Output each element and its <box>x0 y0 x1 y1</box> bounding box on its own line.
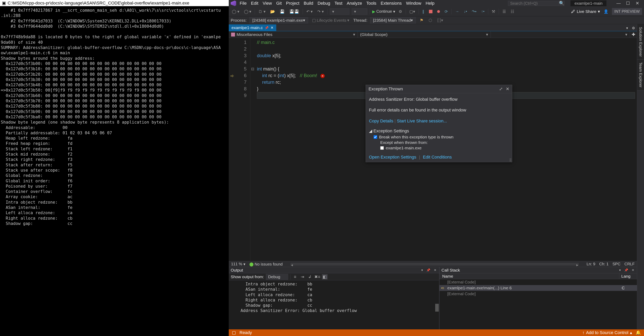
threads-icon[interactable]: ☷ <box>510 8 515 14</box>
nav-member[interactable]: ▾ <box>491 31 630 38</box>
redo-icon[interactable]: ↷ ▾ <box>316 8 325 14</box>
callstack-row[interactable]: ➪ examlpe1-main.exe!main(...) Line 6 C <box>440 285 637 291</box>
output-lines-icon[interactable]: ≡ <box>292 274 298 279</box>
next-statement-icon[interactable]: → <box>454 8 460 14</box>
save-all-icon[interactable]: 💾💾 <box>288 8 300 14</box>
output-clear-icon[interactable]: ✖≡ <box>314 274 320 279</box>
new-project-icon[interactable]: 🗋 ▾ <box>257 8 267 14</box>
horiz-scrollbar[interactable]: ◂▸ <box>290 263 579 266</box>
thread-combo[interactable]: [23584] Main Thread▾ <box>370 17 416 23</box>
menu-test[interactable]: Test <box>334 1 342 6</box>
menu-build[interactable]: Build <box>304 1 313 6</box>
console-titlebar[interactable]: ▣ C:\MSDN\cpp-docs-pr\docs\c-language\AS… <box>0 0 229 6</box>
admin-icon[interactable]: 👤 <box>602 8 610 14</box>
flag-icon[interactable]: ⚑ <box>418 17 425 23</box>
cs-dropdown-icon[interactable]: ▾ <box>618 268 622 272</box>
hot-reload-icon[interactable]: ⚙ <box>398 8 403 14</box>
menu-view[interactable]: View <box>262 1 272 6</box>
vs-titlebar[interactable]: File Edit View Git Project Build Debug T… <box>229 0 644 7</box>
lifecycle-events[interactable]: ▢ Lifecycle Events ▾ <box>311 17 350 23</box>
continue-button[interactable]: ▶Continue ▾ <box>372 9 395 14</box>
callstack-columns[interactable]: Name Lang <box>440 273 637 279</box>
edit-conditions-link[interactable]: Edit Conditions <box>423 155 452 160</box>
app-icon[interactable]: ▢▾ <box>408 8 416 14</box>
fold-column[interactable]: ⊟ <box>250 38 255 261</box>
nav-fwd-icon[interactable]: ◯ ▾ <box>243 8 252 14</box>
process-combo[interactable]: [24348] examlpe1-main.exe▾ <box>250 17 308 23</box>
col-lang-header[interactable]: Lang <box>619 273 637 279</box>
output-close-icon[interactable]: ✕ <box>433 268 437 272</box>
except-item-checkbox[interactable] <box>380 146 384 150</box>
status-debug-icon[interactable]: ▢ <box>232 330 236 335</box>
menu-analyze[interactable]: Analyze <box>347 1 362 6</box>
platform-dropdown[interactable]: ▾ <box>352 8 367 15</box>
menu-project[interactable]: Project <box>286 1 299 6</box>
open-icon[interactable]: 📂 <box>269 8 276 14</box>
nav-scope[interactable]: (Global Scope)▾ <box>358 31 491 38</box>
tab-settings-icon[interactable]: ⚙ <box>630 25 637 31</box>
lineend-indicator[interactable]: CRLF <box>624 262 634 266</box>
resize-grip-icon[interactable]: ⣿ <box>509 158 512 162</box>
callstack-row[interactable]: [External Code] <box>440 279 637 285</box>
pin-icon[interactable]: 📌 <box>265 26 269 30</box>
output-indent-icon[interactable]: ⇥ <box>300 274 305 279</box>
step-over-icon[interactable]: ↷• <box>470 8 478 14</box>
zoom-level[interactable]: 111 % ▾ <box>231 262 245 267</box>
popup-pin-icon[interactable]: ⤢ <box>499 86 503 92</box>
menu-git[interactable]: Git <box>276 1 282 6</box>
menu-debug[interactable]: Debug <box>318 1 330 6</box>
cs-pin-icon[interactable]: 📌 <box>624 268 629 272</box>
pause-icon[interactable]: ∥ <box>421 8 426 14</box>
output-scrollbar[interactable] <box>435 304 439 312</box>
output-dropdown-icon[interactable]: ▾ <box>420 268 424 272</box>
exception-settings-header[interactable]: ◢Exception Settings <box>369 129 509 134</box>
step-out-icon[interactable]: ↑• <box>480 8 486 14</box>
undo-icon[interactable]: ↶ ▾ <box>305 8 314 14</box>
issues-indicator[interactable]: ⬤ No issues found <box>249 262 283 267</box>
file-tab-active[interactable]: examlpe1-main.c 📌 ✕ <box>229 24 276 31</box>
code-editor[interactable]: ➪ 123456789 ⊟ // main.c double x[5]; int… <box>229 38 637 261</box>
popup-close-icon[interactable]: ✕ <box>506 86 509 92</box>
stack-icon[interactable]: ⬡ <box>428 17 433 23</box>
tab-close-icon[interactable]: ✕ <box>270 25 274 30</box>
search-icon[interactable]: 🔍 <box>559 1 564 6</box>
add-to-source-control[interactable]: ↑Add to Source Control▴ <box>582 330 632 335</box>
col-indicator[interactable]: Ch: 1 <box>599 262 608 266</box>
minimize-icon[interactable]: — <box>614 0 623 6</box>
error-glyph-icon[interactable]: ✕ <box>320 74 325 78</box>
menu-window[interactable]: Window <box>406 1 421 6</box>
tools-icon[interactable]: ⚒ <box>490 8 496 14</box>
save-icon[interactable]: 💾 <box>278 8 286 14</box>
menu-edit[interactable]: Edit <box>251 1 258 6</box>
open-exc-settings-link[interactable]: Open Exception Settings <box>369 155 416 160</box>
nav-back-icon[interactable]: ◯ ▾ <box>231 8 240 14</box>
callstack-row[interactable]: [External Code] <box>440 291 637 297</box>
menu-tools[interactable]: Tools <box>366 1 376 6</box>
team-explorer-tab[interactable]: Team Explorer <box>637 60 644 90</box>
solution-explorer-tab[interactable]: Solution Explorer <box>637 24 644 60</box>
live-share-button[interactable]: 🖉 Live Share ▾ <box>571 9 600 14</box>
step-into-icon[interactable]: ↓• <box>462 8 468 14</box>
menu-help[interactable]: Help <box>426 1 434 6</box>
copy-details-link[interactable]: Copy Details <box>369 119 393 123</box>
cs-close-icon[interactable]: ✕ <box>631 268 635 272</box>
notifications-icon[interactable]: 🔔 <box>636 330 641 335</box>
callstack-body[interactable]: [External Code] ➪ examlpe1-main.exe!main… <box>440 279 637 329</box>
maximize-icon[interactable]: ☐ <box>623 0 633 6</box>
nav-project[interactable]: Miscellaneous Files▾ <box>229 31 358 38</box>
search-input[interactable] <box>508 1 559 6</box>
menu-extensions[interactable]: Extensions <box>381 1 402 6</box>
nav-add-icon[interactable]: ✚ <box>630 32 637 37</box>
break-checkbox[interactable] <box>374 135 377 139</box>
frame-icon[interactable]: ⟦⟧▾ <box>436 17 444 23</box>
line-indicator[interactable]: Ln: 9 <box>586 262 595 266</box>
start-live-share-link[interactable]: Start Live Share session... <box>397 119 447 123</box>
output-header[interactable]: Output ▾ 📌 ✕ <box>229 267 439 273</box>
stop-icon[interactable] <box>428 9 434 14</box>
console-output[interactable]: #1 0x7ff748217867 in __scrt_common_main_… <box>0 6 229 336</box>
refresh-icon[interactable]: ⟳ <box>444 8 449 14</box>
spaces-indicator[interactable]: SPC <box>612 262 620 266</box>
output-pin-icon[interactable]: 📌 <box>426 268 431 272</box>
close-icon[interactable]: ✕ <box>633 0 642 6</box>
config-dropdown[interactable]: ▾ <box>330 8 349 15</box>
